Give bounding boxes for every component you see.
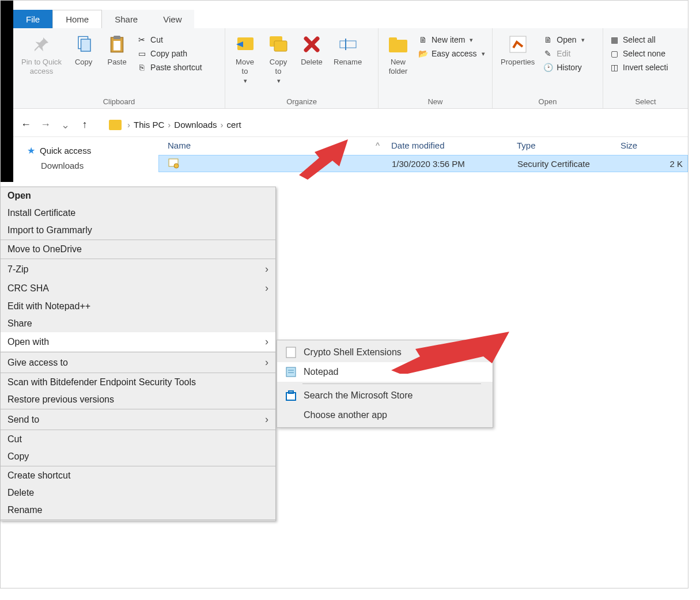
left-dark-strip	[1, 1, 13, 182]
new-item-button[interactable]: 🗎New item	[417, 34, 486, 45]
nav-downloads[interactable]: Downloads	[16, 158, 156, 173]
ribbon-tabs: File Home Share View	[13, 10, 194, 28]
delete-button[interactable]: Delete	[297, 32, 327, 68]
crumb-downloads[interactable]: Downloads	[174, 120, 217, 130]
nav-quick-access[interactable]: ★Quick access	[16, 143, 156, 158]
tab-file[interactable]: File	[13, 10, 52, 28]
sub-choose-another[interactable]: Choose another app	[277, 405, 493, 425]
notepad-icon	[285, 366, 297, 378]
paste-shortcut-button[interactable]: ⎘Paste shortcut	[135, 62, 203, 73]
copy-path-button[interactable]: ▭Copy path	[135, 48, 203, 59]
tab-home[interactable]: Home	[52, 10, 102, 28]
open-button[interactable]: 🗎Open	[542, 34, 585, 45]
group-label-open: Open	[497, 97, 598, 106]
edit-icon: ✎	[543, 48, 553, 59]
ctx-rename[interactable]: Rename	[1, 502, 275, 519]
svg-rect-11	[389, 37, 397, 42]
crumb-cert[interactable]: cert	[227, 120, 241, 130]
paste-button[interactable]: Paste	[102, 32, 132, 68]
shortcut-icon: ⎘	[137, 62, 147, 73]
ctx-cut[interactable]: Cut	[1, 431, 275, 448]
ctx-give-access-to[interactable]: Give access to›	[1, 353, 275, 372]
svg-rect-1	[81, 39, 91, 51]
ctx-move-onedrive[interactable]: Move to OneDrive	[1, 241, 275, 258]
ctx-import-grammarly[interactable]: Import to Grammarly	[1, 222, 275, 239]
ctx-send-to[interactable]: Send to›	[1, 410, 275, 429]
nav-forward-button[interactable]: →	[39, 118, 52, 132]
breadcrumb[interactable]: › This PC › Downloads › cert	[127, 120, 241, 130]
copy-button[interactable]: Copy	[69, 32, 99, 68]
file-icon	[285, 347, 297, 358]
copy-to-icon	[267, 33, 290, 56]
move-to-icon	[233, 33, 256, 56]
new-folder-icon	[387, 33, 410, 56]
edit-button[interactable]: ✎Edit	[542, 48, 585, 59]
chevron-right-icon: ›	[265, 413, 268, 426]
select-all-button[interactable]: ▦Select all	[608, 34, 669, 45]
sub-microsoft-store[interactable]: Search the Microsoft Store	[277, 386, 493, 405]
nav-back-button[interactable]: ←	[19, 118, 33, 132]
star-icon: ★	[27, 145, 35, 156]
chevron-right-icon: ›	[265, 356, 268, 369]
sub-crypto-shell[interactable]: Crypto Shell Extensions	[277, 343, 493, 362]
ctx-install-certificate[interactable]: Install Certificate	[1, 204, 275, 222]
copy-to-button[interactable]: Copy to	[263, 32, 293, 86]
rename-icon	[336, 33, 360, 56]
ctx-7zip[interactable]: 7-Zip›	[1, 260, 275, 279]
ctx-scan-bitdefender[interactable]: Scan with Bitdefender Endpoint Security …	[1, 374, 275, 391]
rename-button[interactable]: Rename	[330, 32, 365, 68]
tab-view[interactable]: View	[150, 10, 194, 28]
tab-share[interactable]: Share	[102, 10, 150, 28]
chevron-right-icon: ›	[265, 282, 268, 294]
ctx-copy[interactable]: Copy	[1, 448, 275, 465]
ctx-open-with[interactable]: Open with›	[1, 332, 275, 351]
delete-icon	[300, 33, 323, 56]
sub-notepad[interactable]: Notepad	[277, 362, 493, 382]
history-icon: 🕑	[543, 62, 553, 73]
properties-icon	[506, 33, 529, 56]
ctx-open[interactable]: Open	[1, 187, 275, 204]
select-none-button[interactable]: ▢Select none	[608, 48, 669, 59]
invert-icon: ◫	[609, 62, 619, 73]
pin-quick-access-button[interactable]: Pin to Quick access	[18, 32, 65, 77]
open-with-submenu: Crypto Shell Extensions Notepad Search t…	[277, 340, 493, 428]
svg-rect-4	[113, 41, 120, 51]
scissors-icon: ✂	[137, 35, 147, 45]
new-folder-button[interactable]: New folder	[383, 32, 413, 77]
column-headers: Name^ Date modified Type Size	[158, 137, 688, 155]
col-date[interactable]: Date modified	[391, 140, 517, 150]
svg-rect-16	[286, 367, 296, 377]
move-to-button[interactable]: Move to	[230, 32, 260, 86]
nav-recent-button[interactable]: ⌄	[58, 118, 72, 132]
ctx-restore-versions[interactable]: Restore previous versions	[1, 391, 275, 408]
col-type[interactable]: Type	[517, 140, 620, 150]
easy-access-button[interactable]: 📂Easy access	[417, 48, 486, 59]
file-type: Security Certificate	[517, 159, 621, 169]
ctx-create-shortcut[interactable]: Create shortcut	[1, 467, 275, 484]
pin-icon	[30, 33, 53, 56]
svg-rect-7	[274, 41, 287, 51]
easy-access-icon: 📂	[418, 48, 428, 59]
invert-selection-button[interactable]: ◫Invert selecti	[608, 62, 669, 73]
col-size[interactable]: Size	[620, 140, 688, 150]
store-icon	[285, 390, 297, 401]
properties-button[interactable]: Properties	[497, 32, 538, 68]
crumb-this-pc[interactable]: This PC	[134, 120, 164, 130]
ctx-crc-sha[interactable]: CRC SHA›	[1, 279, 275, 298]
paste-icon	[105, 33, 128, 56]
history-button[interactable]: 🕑History	[542, 62, 585, 73]
ctx-share[interactable]: Share	[1, 315, 275, 332]
cut-button[interactable]: ✂Cut	[135, 34, 203, 45]
col-name[interactable]: Name^	[168, 140, 391, 150]
folder-icon	[109, 120, 122, 130]
nav-up-button[interactable]: ↑	[78, 118, 92, 132]
file-date: 1/30/2020 3:56 PM	[392, 159, 517, 169]
open-icon: 🗎	[543, 35, 553, 45]
svg-rect-8	[340, 41, 356, 48]
select-none-icon: ▢	[609, 48, 619, 59]
file-row[interactable]: 1/30/2020 3:56 PM Security Certificate 2…	[158, 155, 688, 172]
svg-point-14	[174, 164, 179, 168]
svg-rect-15	[286, 347, 296, 358]
ctx-edit-notepadpp[interactable]: Edit with Notepad++	[1, 298, 275, 315]
ctx-delete[interactable]: Delete	[1, 484, 275, 502]
